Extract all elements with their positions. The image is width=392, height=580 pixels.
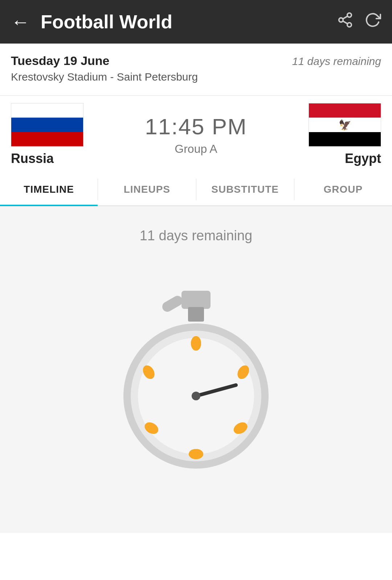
days-remaining-content: 11 days remaining	[140, 228, 253, 244]
timeline-content: 11 days remaining	[0, 206, 392, 533]
tab-timeline[interactable]: TIMELINE	[0, 173, 98, 205]
svg-rect-6	[188, 307, 204, 322]
tabs-container: TIMELINE LINEUPS SUBSTITUTE GROUP	[0, 173, 392, 206]
egypt-flag: 🦅	[309, 103, 381, 147]
app-bar: ← Football World	[0, 0, 392, 44]
app-title: Football World	[41, 11, 337, 33]
svg-point-20	[189, 449, 203, 459]
away-team-name: Egypt	[345, 151, 381, 166]
stopwatch-svg	[105, 280, 287, 483]
group-label: Group A	[175, 142, 217, 156]
flag-stripe-red	[11, 132, 83, 146]
refresh-icon[interactable]	[364, 12, 381, 32]
app-bar-actions	[337, 12, 381, 32]
stopwatch-container	[11, 280, 381, 483]
svg-rect-7	[160, 294, 184, 314]
tab-lineups[interactable]: LINEUPS	[98, 173, 196, 205]
match-info-header: Tuesday 19 June 11 days remaining Kresto…	[0, 44, 392, 96]
back-button[interactable]: ←	[11, 12, 30, 31]
flag-stripe-white	[11, 103, 83, 118]
svg-rect-5	[181, 291, 211, 309]
days-remaining-header: 11 days remaining	[292, 55, 381, 68]
share-icon[interactable]	[337, 12, 354, 32]
match-time-center: 11:45 PM Group A	[83, 114, 309, 156]
flag-egypt-black	[309, 132, 381, 146]
match-date-row: Tuesday 19 June 11 days remaining	[11, 54, 381, 68]
svg-line-3	[343, 21, 347, 24]
teams-section: Russia 11:45 PM Group A 🦅 Egypt	[0, 96, 392, 173]
russia-flag	[11, 103, 83, 147]
flag-egypt-red	[309, 103, 381, 118]
flag-egypt-white: 🦅	[309, 118, 381, 132]
home-team: Russia	[11, 103, 83, 166]
tab-group[interactable]: GROUP	[294, 173, 392, 205]
svg-line-4	[343, 16, 347, 19]
eagle-emblem: 🦅	[339, 119, 351, 131]
match-date: Tuesday 19 June	[11, 54, 110, 68]
home-team-name: Russia	[11, 151, 54, 166]
svg-point-24	[192, 392, 200, 400]
match-time: 11:45 PM	[145, 114, 247, 139]
flag-stripe-blue	[11, 118, 83, 132]
svg-point-17	[191, 336, 201, 351]
match-venue: Krestovsky Stadium - Saint Petersburg	[11, 71, 381, 83]
tab-substitute[interactable]: SUBSTITUTE	[196, 173, 294, 205]
away-team: 🦅 Egypt	[309, 103, 381, 166]
